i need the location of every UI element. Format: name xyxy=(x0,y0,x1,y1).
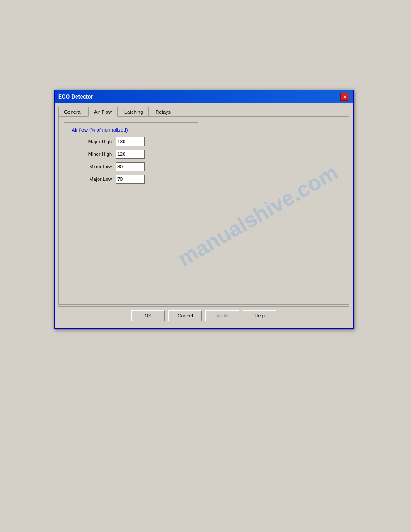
tab-airflow[interactable]: Air Flow xyxy=(88,107,118,117)
major-high-input[interactable] xyxy=(116,137,145,146)
major-low-row: Major Low xyxy=(72,175,191,184)
title-bar: ECO Detector × xyxy=(55,90,353,103)
minor-high-label: Minor High xyxy=(72,151,112,157)
dialog-title: ECO Detector xyxy=(58,94,93,100)
apply-button[interactable]: Apply xyxy=(206,310,239,321)
minor-high-input[interactable] xyxy=(116,150,145,159)
close-button[interactable]: × xyxy=(340,93,349,101)
watermark: manualshive.com xyxy=(174,159,342,271)
major-high-row: Major High xyxy=(72,137,191,146)
dialog-content: General Air Flow Latching Relays manuals… xyxy=(55,103,353,328)
cancel-button[interactable]: Cancel xyxy=(168,310,202,321)
eco-detector-dialog: ECO Detector × General Air Flow Latching… xyxy=(54,90,354,329)
major-low-input[interactable] xyxy=(116,175,145,184)
minor-high-row: Minor High xyxy=(72,150,191,159)
major-high-label: Major High xyxy=(72,139,112,144)
help-button[interactable]: Help xyxy=(243,310,276,321)
minor-low-row: Minor Low xyxy=(72,162,191,171)
airflow-section: Air flow (% of normalized) Major High Mi… xyxy=(64,122,198,192)
tab-panel-airflow: manualshive.com Air flow (% of normalize… xyxy=(58,116,349,305)
minor-low-label: Minor Low xyxy=(72,164,112,169)
minor-low-input[interactable] xyxy=(116,162,145,171)
tab-general[interactable]: General xyxy=(58,107,87,117)
ok-button[interactable]: OK xyxy=(131,310,165,321)
tab-bar: General Air Flow Latching Relays xyxy=(58,107,349,116)
tab-latching[interactable]: Latching xyxy=(119,107,149,117)
major-low-label: Major Low xyxy=(72,176,112,182)
airflow-section-title: Air flow (% of normalized) xyxy=(72,127,191,133)
button-row: OK Cancel Apply Help xyxy=(58,306,349,325)
tab-relays[interactable]: Relays xyxy=(150,107,176,117)
